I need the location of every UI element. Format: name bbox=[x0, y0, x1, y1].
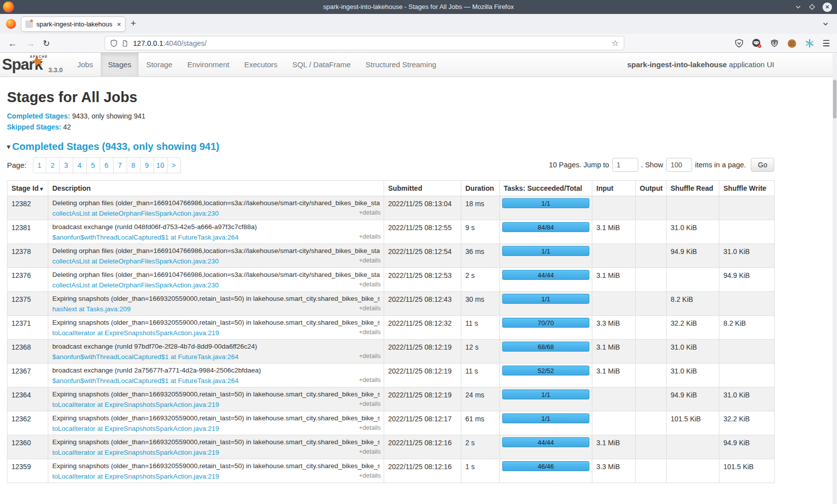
skipped-stages-link[interactable]: Skipped Stages: bbox=[7, 123, 61, 131]
scrollbar-thumb[interactable] bbox=[833, 80, 837, 119]
shuffle-read-cell: 32.2 KiB bbox=[667, 316, 719, 340]
details-toggle[interactable]: +details bbox=[359, 257, 381, 264]
page-size-input[interactable] bbox=[666, 158, 692, 172]
window-maximize-button[interactable] bbox=[809, 3, 816, 10]
details-toggle[interactable]: +details bbox=[359, 377, 381, 383]
shield-permissions-icon[interactable] bbox=[110, 39, 118, 47]
page-button-3[interactable]: 3 bbox=[60, 157, 73, 173]
collapse-arrow-icon: ▾ bbox=[7, 143, 10, 150]
window-close-button[interactable]: × bbox=[823, 2, 832, 12]
stage-callsite-link[interactable]: toLocalIterator at ExpireSnapshotsSparkA… bbox=[52, 329, 219, 337]
details-toggle[interactable]: +details bbox=[359, 424, 381, 431]
details-toggle[interactable]: +details bbox=[359, 209, 381, 216]
page-scrollbar[interactable] bbox=[833, 53, 837, 504]
shield-extension-icon[interactable] bbox=[735, 39, 743, 48]
column-header-shuffle-read[interactable]: Shuffle Read bbox=[667, 181, 719, 196]
tab-close-button[interactable]: × bbox=[117, 20, 121, 28]
tasks-progress-bar: 84/84 bbox=[502, 222, 589, 232]
completed-stages-section-header[interactable]: ▾Completed Stages (9433, only showing 94… bbox=[7, 141, 830, 152]
column-header-description[interactable]: Description bbox=[48, 181, 384, 196]
description-cell: Deleting orphan files (older_than=166910… bbox=[48, 196, 384, 220]
page-button-next[interactable]: > bbox=[167, 157, 181, 173]
site-info-icon[interactable] bbox=[122, 39, 128, 47]
stage-callsite-link[interactable]: $anonfun$withThreadLocalCaptured$1 at Fu… bbox=[52, 377, 239, 384]
duration-cell: 1 s bbox=[461, 459, 500, 483]
page-button-6[interactable]: 6 bbox=[100, 157, 114, 173]
go-button[interactable]: Go bbox=[751, 158, 774, 172]
column-header-submitted[interactable]: Submitted bbox=[384, 181, 461, 196]
output-cell bbox=[636, 292, 667, 316]
column-header-stage-id[interactable]: Stage Id ▾ bbox=[7, 181, 48, 196]
stage-callsite-link[interactable]: hasNext at Tasks.java:209 bbox=[52, 305, 131, 313]
bookmark-star-icon[interactable]: ☆ bbox=[612, 38, 619, 48]
tasks-progress-bar: 44/44 bbox=[502, 270, 589, 280]
details-toggle[interactable]: +details bbox=[359, 233, 381, 240]
page-button-10[interactable]: 10 bbox=[154, 157, 167, 173]
input-cell: 3.1 MiB bbox=[592, 340, 636, 364]
browser-toolbar: ← → ↻ 127.0.0.1:4040/stages/ ☆ ☰ bbox=[0, 34, 837, 53]
page-button-9[interactable]: 9 bbox=[140, 157, 154, 173]
details-toggle[interactable]: +details bbox=[359, 400, 381, 407]
completed-stages-link[interactable]: Completed Stages: bbox=[7, 112, 70, 120]
nav-item-storage[interactable]: Storage bbox=[139, 53, 180, 76]
nav-item-stages[interactable]: Stages bbox=[101, 53, 139, 76]
stage-callsite-link[interactable]: $anonfun$withThreadLocalCaptured$1 at Fu… bbox=[52, 353, 239, 361]
details-toggle[interactable]: +details bbox=[359, 472, 381, 479]
column-header-output[interactable]: Output bbox=[636, 181, 667, 196]
nav-item-structured-streaming[interactable]: Structured Streaming bbox=[358, 53, 444, 76]
column-header-tasks-succeeded-total[interactable]: Tasks: Succeeded/Total bbox=[500, 181, 592, 196]
tasks-cell: 1/1 bbox=[500, 387, 592, 411]
spark-logo[interactable]: Spark ★ APACHE 3.3.0 bbox=[0, 53, 70, 76]
details-toggle[interactable]: +details bbox=[359, 448, 381, 455]
tab-list-button[interactable] bbox=[822, 20, 829, 27]
stage-description: broadcast exchange (runId 048fd06f-d753-… bbox=[52, 223, 380, 233]
asterisk-extension-icon[interactable] bbox=[805, 39, 814, 48]
forward-button[interactable]: → bbox=[26, 38, 35, 48]
pagination-bar: Page: 12345678910> 10 Pages. Jump to . S… bbox=[7, 157, 830, 174]
stage-description: Expiring snapshots (older_than=166932055… bbox=[52, 295, 380, 305]
mask-extension-icon[interactable] bbox=[752, 38, 762, 48]
stage-callsite-link[interactable]: toLocalIterator at ExpireSnapshotsSparkA… bbox=[52, 425, 219, 432]
details-toggle[interactable]: +details bbox=[359, 305, 381, 312]
firefox-view-icon[interactable] bbox=[6, 19, 16, 29]
ublock-icon[interactable] bbox=[770, 39, 779, 48]
page-button-2[interactable]: 2 bbox=[46, 157, 60, 173]
page-button-1[interactable]: 1 bbox=[33, 157, 46, 173]
browser-tab[interactable]: spark-ingest-into-lakehous × bbox=[21, 16, 126, 32]
page-button-4[interactable]: 4 bbox=[73, 157, 87, 173]
stage-callsite-link[interactable]: toLocalIterator at ExpireSnapshotsSparkA… bbox=[52, 449, 219, 456]
details-toggle[interactable]: +details bbox=[359, 353, 381, 360]
url-bar[interactable]: 127.0.0.1:4040/stages/ ☆ bbox=[105, 36, 624, 50]
stage-callsite-link[interactable]: collectAsList at DeleteOrphanFilesSparkA… bbox=[52, 210, 219, 217]
shuffle-read-cell: 31.0 KiB bbox=[667, 364, 719, 387]
input-cell: 3.3 MiB bbox=[592, 459, 636, 483]
details-toggle[interactable]: +details bbox=[359, 281, 381, 288]
page-button-8[interactable]: 8 bbox=[127, 157, 140, 173]
shuffle-read-cell: 31.0 KiB bbox=[667, 340, 719, 364]
details-toggle[interactable]: +details bbox=[359, 329, 381, 336]
jump-to-input[interactable] bbox=[612, 158, 638, 172]
nav-item-environment[interactable]: Environment bbox=[180, 53, 237, 76]
nav-item-jobs[interactable]: Jobs bbox=[70, 53, 101, 76]
stage-callsite-link[interactable]: toLocalIterator at ExpireSnapshotsSparkA… bbox=[52, 401, 219, 408]
stage-callsite-link[interactable]: $anonfun$withThreadLocalCaptured$1 at Fu… bbox=[52, 234, 239, 241]
input-cell: 3.1 MiB bbox=[592, 268, 636, 292]
back-button[interactable]: ← bbox=[8, 38, 17, 48]
menu-button[interactable]: ☰ bbox=[823, 38, 830, 49]
nav-item-executors[interactable]: Executors bbox=[237, 53, 285, 76]
page-button-7[interactable]: 7 bbox=[114, 157, 127, 173]
column-header-duration[interactable]: Duration bbox=[461, 181, 500, 196]
new-tab-button[interactable]: + bbox=[131, 18, 136, 29]
reload-button[interactable]: ↻ bbox=[43, 38, 50, 48]
tasks-progress-bar: 1/1 bbox=[502, 389, 589, 399]
column-header-shuffle-write[interactable]: Shuffle Write bbox=[719, 181, 775, 196]
column-header-input[interactable]: Input bbox=[592, 181, 636, 196]
shuffle-write-cell: 31.0 KiB bbox=[719, 244, 775, 268]
cookie-extension-icon[interactable] bbox=[787, 39, 797, 48]
stage-callsite-link[interactable]: toLocalIterator at ExpireSnapshotsSparkA… bbox=[52, 473, 219, 480]
nav-item-sql-dataframe[interactable]: SQL / DataFrame bbox=[285, 53, 358, 76]
stage-callsite-link[interactable]: collectAsList at DeleteOrphanFilesSparkA… bbox=[52, 257, 219, 265]
page-button-5[interactable]: 5 bbox=[87, 157, 100, 173]
stage-callsite-link[interactable]: collectAsList at DeleteOrphanFilesSparkA… bbox=[52, 281, 219, 289]
window-minimize-button[interactable] bbox=[795, 3, 802, 10]
